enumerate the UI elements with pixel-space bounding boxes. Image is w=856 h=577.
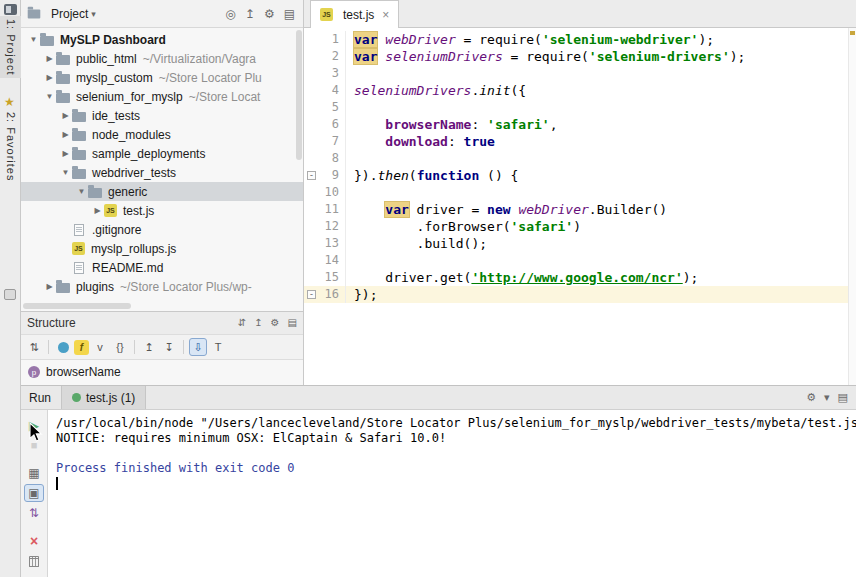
sort-alpha-icon[interactable]: ⇅ (25, 338, 43, 356)
chevron-right-icon[interactable]: ▶ (43, 73, 56, 82)
code-text: var webDriver = require('selenium-webdri… (346, 31, 848, 48)
close-button[interactable]: × (24, 532, 44, 550)
gutter: 13 (304, 235, 346, 252)
code-line[interactable]: 4seleniumDrivers.init({ (304, 82, 848, 99)
chevron-right-icon[interactable]: ▶ (59, 111, 72, 120)
code-line[interactable]: 1var webDriver = require('selenium-webdr… (304, 31, 848, 48)
run-tab-testjs[interactable]: test.js (1) (61, 386, 146, 409)
hide-panel-icon[interactable]: ▤ (838, 392, 848, 403)
fold-spacer (304, 31, 318, 48)
tree-row[interactable]: JSmyslp_rollups.js (21, 239, 303, 258)
code-line[interactable]: 7 download: true (304, 133, 848, 150)
editor-code[interactable]: 1var webDriver = require('selenium-webdr… (304, 28, 848, 385)
tree-row[interactable]: ▶plugins~/Store Locator Plus/wp- (21, 277, 303, 296)
line-number: 6 (318, 116, 345, 133)
tool-button-icon[interactable] (4, 289, 16, 300)
tree-label: myslp_rollups.js (91, 242, 176, 256)
show-variables-icon[interactable]: v (91, 338, 109, 356)
tree-row[interactable]: ▶myslp_custom~/Store Locator Plu (21, 68, 303, 87)
code-line[interactable]: 14 (304, 252, 848, 269)
tab-testjs[interactable]: JS test.js × (310, 0, 399, 28)
fold-icon[interactable]: - (307, 171, 316, 180)
console[interactable]: /usr/local/bin/node "/Users/lanceclevela… (48, 410, 856, 577)
show-fields-icon[interactable]: f (74, 340, 89, 355)
hide-panel-icon[interactable]: ▤ (284, 8, 295, 20)
chevron-right-icon[interactable]: ▶ (43, 282, 56, 291)
restore-layout-button[interactable]: ▣ (24, 484, 44, 502)
hide-panel-icon[interactable]: ▤ (288, 318, 297, 328)
tree-row[interactable]: ▼selenium_for_myslp~/Store Locat (21, 87, 303, 106)
code-line[interactable]: 13 .build(); (304, 235, 848, 252)
project-horizontal-scrollbar[interactable] (23, 303, 131, 309)
chevron-down-icon[interactable]: ▾ (824, 392, 830, 403)
settings-icon[interactable]: ⚙ (806, 392, 816, 403)
close-icon[interactable]: × (382, 8, 389, 22)
tree-row[interactable]: ▶JStest.js (21, 201, 303, 220)
tree-row[interactable]: README.md (21, 258, 303, 277)
sidebar-item-favorites[interactable]: 2: Favorites (0, 109, 21, 184)
settings-icon[interactable]: ⚙ (264, 8, 275, 20)
autoscroll-icon[interactable]: ⇩ (189, 338, 207, 356)
code-line[interactable]: -9}).then(function () { (304, 167, 848, 184)
separator (134, 340, 135, 354)
collapse-all-icon[interactable]: ↧ (160, 338, 178, 356)
chevron-right-icon[interactable]: ▶ (59, 149, 72, 158)
sidebar-item-project[interactable]: 1: Project (0, 16, 21, 78)
tree-row[interactable]: ▶ide_tests (21, 106, 303, 125)
chevron-right-icon[interactable]: ▶ (59, 130, 72, 139)
tree-row[interactable]: ▼generic (21, 182, 303, 201)
visibility-icon[interactable] (54, 338, 72, 356)
code-line[interactable]: 8 (304, 150, 848, 167)
fold-icon[interactable]: - (307, 290, 316, 299)
code-line[interactable]: 5 (304, 99, 848, 116)
tree-label: myslp_custom (76, 71, 153, 85)
chevron-right-icon[interactable]: ▶ (43, 54, 56, 63)
clear-button[interactable] (24, 552, 44, 570)
chevron-right-icon[interactable]: ▶ (91, 206, 104, 215)
settings-icon[interactable]: ⚙ (271, 318, 280, 328)
code-line[interactable]: 3 (304, 65, 848, 82)
expand-all-icon[interactable]: ↥ (140, 338, 158, 356)
gutter: -16 (304, 286, 346, 303)
scroll-to-end-button[interactable]: ⇅ (24, 504, 44, 522)
tree-row[interactable]: ▼webdriver_tests (21, 163, 303, 182)
collapse-all-icon[interactable]: ↥ (245, 8, 255, 20)
sidebar-item-label: 1: Project (5, 19, 17, 75)
code-line[interactable]: 12 .forBrowser('safari') (304, 218, 848, 235)
code-line[interactable]: 2var seleniumDrivers = require('selenium… (304, 48, 848, 65)
code-line[interactable]: -16}); (304, 286, 848, 303)
separator (183, 340, 184, 354)
show-braces-icon[interactable]: {} (111, 338, 129, 356)
gutter: 7 (304, 133, 346, 150)
expand-icon[interactable]: ↥ (254, 318, 262, 328)
filter-icon[interactable]: T (209, 338, 227, 356)
code-line[interactable]: 10 (304, 184, 848, 201)
project-view-dropdown[interactable]: Project ▾ (51, 7, 96, 21)
run-header-icons: ⚙▾▤ (806, 386, 856, 409)
code-line[interactable]: 11 var driver = new webDriver.Builder() (304, 201, 848, 218)
layout-button[interactable]: ▦ (24, 464, 44, 482)
chevron-down-icon[interactable]: ▼ (75, 187, 88, 196)
chevron-down-icon[interactable]: ▼ (43, 92, 56, 101)
tree-row[interactable]: .gitignore (21, 220, 303, 239)
tree-row[interactable]: ▼MySLP Dashboard (21, 30, 303, 49)
structure-item[interactable]: pbrowserName (21, 363, 303, 381)
tool-windows-icon[interactable] (4, 4, 17, 15)
tab-label: test.js (343, 8, 374, 22)
code-line[interactable]: 15 driver.get('http://www.google.com/ncr… (304, 269, 848, 286)
code-text: var driver = new webDriver.Builder() (346, 201, 848, 218)
editor-scrollbar[interactable] (848, 28, 856, 385)
tree-row[interactable]: ▶sample_deployments (21, 144, 303, 163)
locate-icon[interactable]: ◎ (225, 8, 235, 20)
chevron-down-icon[interactable]: ▼ (27, 35, 40, 44)
tree-row[interactable]: ▶node_modules (21, 125, 303, 144)
tree-label: node_modules (92, 128, 171, 142)
help-button[interactable]: ? (24, 572, 44, 577)
fold-spacer (304, 116, 318, 133)
chevron-down-icon[interactable]: ▼ (59, 168, 72, 177)
run-header: Run test.js (1) ⚙▾▤ (21, 386, 856, 410)
float-icon[interactable]: ⇵ (238, 318, 246, 328)
project-vertical-scrollbar[interactable] (296, 30, 302, 160)
code-line[interactable]: 6 browserName: 'safari', (304, 116, 848, 133)
tree-row[interactable]: ▶public_html~/Virtualization/Vagra (21, 49, 303, 68)
